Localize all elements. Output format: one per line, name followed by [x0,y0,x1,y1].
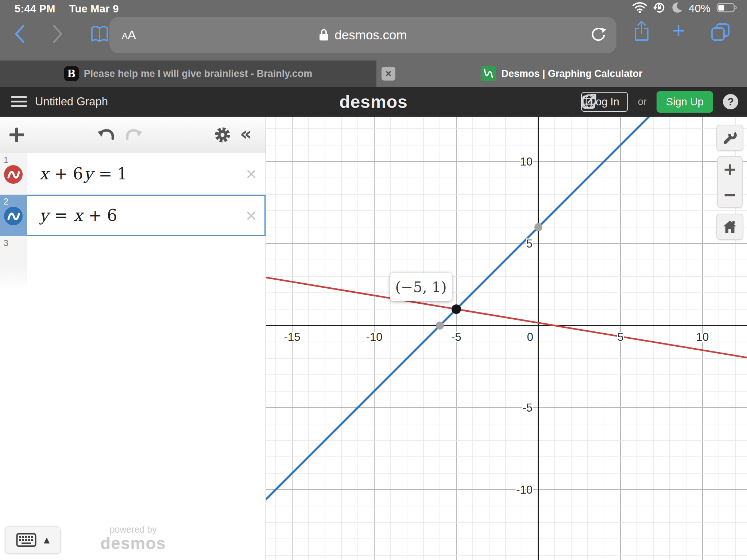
wrench-icon [722,130,738,145]
help-icon[interactable]: ? [723,94,738,109]
row-index: 2 [4,197,8,207]
add-expression-icon[interactable] [9,127,25,144]
svg-text:10: 10 [696,331,709,343]
curve-style-icon[interactable] [4,165,23,186]
bookmarks-icon[interactable] [90,26,109,44]
back-button[interactable] [13,24,26,45]
status-bar-left: 5:44 PMTue Mar 9 [15,3,119,15]
expression-input-2[interactable]: y = x + 6 × [27,195,266,236]
wifi-icon [632,2,647,15]
expression-input-1[interactable]: x + 6y = 1 × [27,153,266,194]
safari-chrome: 5:44 PMTue Mar 9 40% [0,0,747,61]
url-text: desmos.com [334,28,407,42]
svg-text:-10: -10 [516,483,533,496]
home-icon [723,220,737,234]
row-index: 3 [4,238,8,248]
new-tab-button[interactable]: + [672,19,685,42]
ipad-screen: 5:44 PMTue Mar 9 40% [0,0,747,560]
equation-text: y = x + 6 [39,206,117,225]
desmos-favicon [481,66,496,81]
svg-text:-5: -5 [451,331,461,343]
undo-icon[interactable] [98,128,115,143]
reload-button[interactable] [590,27,606,44]
graph-area: -15-10-50510-10-5510 (−5, 1) + − [266,117,747,560]
expression-gutter-1[interactable]: 1 [0,153,27,194]
battery-percent: 40% [689,2,711,15]
or-label: or [638,96,647,108]
expression-gutter-2[interactable]: 2 [0,195,27,236]
expression-gutter-3: 3 [0,236,27,291]
delete-expression-icon[interactable]: × [244,164,259,184]
point-coordinates-tooltip: (−5, 1) [390,273,452,301]
powered-by-watermark: powered by desmos [90,524,176,553]
graph-settings-gear-icon[interactable] [214,126,231,145]
tab-strip: B Please help me I will give brainliest … [0,61,747,87]
svg-text:-15: -15 [284,331,301,343]
expression-toolbar: « [0,117,266,153]
curve-style-icon[interactable] [4,206,23,227]
status-bar-right: 40% [632,1,738,15]
row-index: 1 [4,155,8,165]
status-date: Tue Mar 9 [69,3,119,15]
status-time: 5:44 PM [15,3,55,15]
svg-text:-5: -5 [522,401,533,414]
signup-button[interactable]: Sign Up [657,91,713,113]
forward-button[interactable] [52,24,64,45]
svg-text:-10: -10 [366,331,383,343]
equation-text: x + 6y = 1 [39,164,127,183]
graph-settings-wrench-button[interactable] [716,125,743,151]
redo-icon[interactable] [125,128,142,143]
expression-row-2[interactable]: 2 y = x + 6 × [0,195,266,236]
graph-canvas[interactable]: -15-10-50510-10-5510 [266,117,747,560]
share-button[interactable] [633,20,650,43]
svg-text:10: 10 [520,155,533,168]
brainly-favicon: B [64,66,79,81]
svg-text:0: 0 [527,331,533,343]
svg-text:5: 5 [617,331,623,343]
tab-title: Desmos | Graphing Calculator [501,68,642,79]
delete-expression-icon[interactable]: × [244,206,259,225]
tab-overview-icon[interactable] [711,23,730,43]
keyboard-icon [16,532,36,548]
tab-brainly[interactable]: B Please help me I will give brainliest … [0,61,376,87]
expression-input-3[interactable] [27,236,266,291]
battery-icon [716,2,738,15]
expression-row-1[interactable]: 1 x + 6y = 1 × [0,153,266,195]
lock-icon [319,28,329,42]
language-globe-icon[interactable] [581,93,597,110]
expression-row-3[interactable]: 3 [0,236,266,291]
collapse-panel-icon[interactable]: « [240,125,252,143]
zoom-out-button[interactable]: − [718,182,742,207]
default-zoom-home-button[interactable] [716,214,743,240]
show-keyboard-button[interactable]: ▲ [5,526,61,553]
zoom-controls: + − [717,156,743,208]
header-actions: Log In or Sign Up ? [581,87,738,117]
rotation-lock-icon [653,1,665,15]
zoom-in-button[interactable]: + [718,157,742,182]
do-not-disturb-moon-icon [671,2,683,15]
keyboard-caret-icon: ▲ [44,536,50,544]
expression-panel: « 1 x + 6y = 1 × 2 [0,117,266,560]
address-bar[interactable]: AA desmos.com [109,17,616,53]
url-display: desmos.com [109,17,616,53]
tab-desmos[interactable]: × Desmos | Graphing Calculator [376,61,747,87]
close-tab-icon[interactable]: × [382,67,395,81]
tab-title: Please help me I will give brainliest - … [84,68,313,79]
svg-text:5: 5 [526,237,533,250]
